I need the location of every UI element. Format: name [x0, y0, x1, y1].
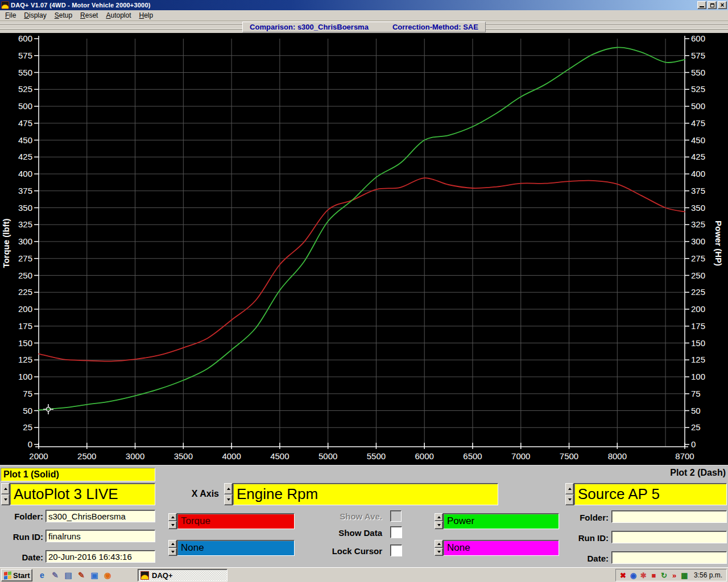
dyno-chart[interactable]: 0025255050757510010012512515015017517520…	[0, 33, 728, 465]
restore-button[interactable]	[708, 1, 717, 9]
runid2-field[interactable]	[611, 531, 727, 543]
x-axis-tick-label: 8700	[675, 451, 694, 461]
right-axis-tick-label: 600	[691, 34, 705, 43]
channel4-combo[interactable]: None	[435, 540, 559, 556]
left-axis-tick-label: 175	[18, 321, 32, 331]
update-icon[interactable]: ■	[650, 571, 658, 580]
source-value[interactable]: Source AP 5	[574, 483, 727, 505]
close-button[interactable]: ×	[718, 1, 727, 9]
right-axis-tick-label: 25	[691, 422, 701, 432]
spin-down-icon[interactable]	[168, 521, 177, 529]
date-field[interactable]: 20-Jun-2016 16:43:16	[46, 550, 155, 563]
spin-up-icon[interactable]	[435, 513, 443, 521]
channel3-spinner[interactable]	[435, 513, 443, 529]
left-axis-title: Torque (lbft)	[1, 218, 11, 268]
show-ave-label: Show Ave.	[307, 512, 382, 521]
autoplot-value[interactable]: AutoPlot 3 LIVE	[10, 483, 155, 505]
folder2-field[interactable]	[611, 510, 727, 523]
spin-up-icon[interactable]	[224, 483, 233, 494]
spin-up-icon[interactable]	[435, 540, 443, 548]
firefox-icon[interactable]: ◉	[103, 571, 112, 580]
channel2-spinner[interactable]	[168, 540, 177, 556]
left-axis-tick-label: 0	[28, 439, 32, 449]
sync-icon[interactable]: ↻	[660, 571, 668, 580]
tray-icons: ✖◉✱■↻»▦	[619, 571, 689, 580]
chart-background	[0, 33, 728, 465]
left-axis-tick-label: 250	[18, 271, 32, 280]
chart-area[interactable]: 0025255050757510010012512515015017517520…	[0, 33, 728, 465]
folder-field[interactable]: s300_ChrisBoersma	[46, 510, 155, 522]
comparison-label: Comparison: s300_ChrisBoersma	[250, 23, 369, 31]
menu-reset[interactable]: Reset	[77, 10, 103, 20]
status-grid-icon[interactable]: ▦	[680, 571, 689, 580]
channel4-value[interactable]: None	[443, 540, 559, 556]
comparison-toolbar: Comparison: s300_ChrisBoersma Correction…	[0, 21, 728, 33]
menu-autoplot[interactable]: Autoplot	[103, 10, 136, 20]
spin-down-icon[interactable]	[168, 548, 177, 556]
left-axis-tick-label: 450	[18, 135, 32, 145]
daq-app-icon	[140, 571, 149, 580]
minimize-button[interactable]	[697, 1, 706, 9]
x-axis-tick-label: 5500	[367, 451, 386, 461]
right-axis-tick-label: 100	[691, 372, 705, 381]
start-button[interactable]: Start	[1, 569, 32, 581]
channel3-combo[interactable]: Power	[435, 513, 559, 529]
right-axis-tick-label: 550	[691, 68, 705, 77]
app-icon[interactable]	[1, 1, 9, 9]
lock-cursor-label: Lock Cursor	[307, 546, 382, 556]
left-axis-tick-label: 375	[18, 186, 32, 196]
right-axis-tick-label: 525	[691, 84, 705, 94]
autoplot-spinner[interactable]	[1, 483, 10, 505]
window-title: DAQ+ V1.07 (4WD - Motor Vehicle 2000+300…	[11, 2, 696, 9]
spin-down-icon[interactable]	[565, 494, 574, 506]
show-data-checkbox[interactable]	[390, 526, 402, 538]
pens-icon[interactable]: ✎	[77, 571, 86, 580]
x-axis-tick-label: 8000	[608, 451, 627, 461]
spin-up-icon[interactable]	[168, 513, 177, 521]
menu-display[interactable]: Display	[21, 10, 51, 20]
list-icon[interactable]: ▤	[64, 571, 73, 580]
channel1-spinner[interactable]	[168, 513, 177, 529]
channel1-value[interactable]: Torque	[177, 513, 295, 529]
x-axis-tick-label: 7000	[511, 451, 530, 461]
left-axis-tick-label: 475	[18, 118, 32, 128]
menu-setup[interactable]: Setup	[52, 10, 77, 20]
channel2-value[interactable]: None	[177, 540, 295, 556]
network-warning-icon[interactable]: ◉	[629, 571, 638, 580]
taskbar-clock[interactable]: 3:56 p.m.	[694, 571, 722, 579]
autoplot-combo[interactable]: AutoPlot 3 LIVE	[1, 483, 155, 505]
x-axis-value[interactable]: Engine Rpm	[233, 483, 498, 505]
spin-down-icon[interactable]	[435, 521, 443, 529]
fastforward-icon[interactable]: »	[670, 571, 679, 580]
windows-logo-icon	[4, 571, 11, 579]
spin-down-icon[interactable]	[224, 494, 233, 506]
gears-icon[interactable]: ✱	[639, 571, 648, 580]
x-axis-spinner[interactable]	[224, 483, 233, 505]
spin-up-icon[interactable]	[565, 483, 574, 494]
menu-file[interactable]: File	[2, 10, 21, 20]
spin-down-icon[interactable]	[1, 494, 10, 506]
spin-down-icon[interactable]	[435, 548, 443, 556]
plot1-banner: Plot 1 (Solid)	[1, 468, 155, 481]
right-axis-tick-label: 350	[691, 203, 705, 213]
spin-up-icon[interactable]	[168, 540, 177, 548]
mute-icon[interactable]: ✖	[619, 571, 627, 580]
channel1-combo[interactable]: Torque	[168, 513, 295, 529]
source-combo[interactable]: Source AP 5	[565, 483, 727, 505]
channel3-value[interactable]: Power	[443, 513, 559, 529]
ie-icon[interactable]: e	[38, 571, 47, 580]
taskbar-daq-button[interactable]: DAQ+	[138, 569, 228, 581]
date2-field[interactable]	[611, 551, 727, 564]
spin-up-icon[interactable]	[1, 483, 10, 494]
menu-help[interactable]: Help	[136, 10, 159, 20]
runid-field[interactable]: finalruns	[46, 530, 155, 542]
channel2-combo[interactable]: None	[168, 540, 295, 556]
channel4-spinner[interactable]	[435, 540, 443, 556]
source-spinner[interactable]	[565, 483, 574, 505]
desktop-icon[interactable]: ▣	[90, 571, 99, 580]
x-axis-combo[interactable]: Engine Rpm	[224, 483, 498, 505]
lock-cursor-checkbox[interactable]	[390, 544, 402, 556]
taskbar: Start e✎▤✎▣◉ DAQ+ ✖◉✱■↻»▦ 3:56 p.m.	[0, 567, 728, 582]
notes-icon[interactable]: ✎	[51, 571, 60, 580]
x-axis-tick-label: 6000	[415, 451, 434, 461]
